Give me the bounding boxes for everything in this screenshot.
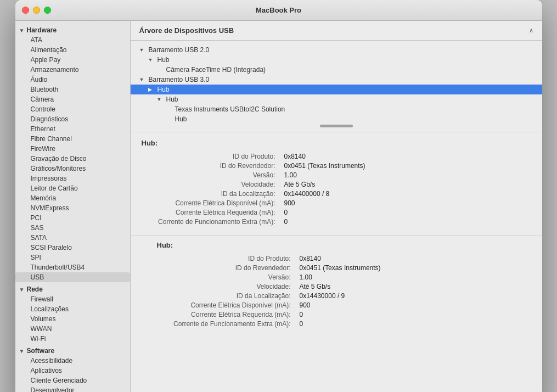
detail1-val-0: 0x8140: [284, 152, 531, 161]
detail2-key-2: Versão:: [157, 272, 300, 282]
sidebar-item-bluetooth[interactable]: Bluetooth: [15, 85, 130, 94]
detail2-row-7: Corrente de Funcionamento Extra (mA): 0: [157, 319, 531, 328]
detail1-key-1: ID do Revendedor:: [142, 161, 284, 170]
scrollbar-thumb: [320, 125, 353, 127]
rede-arrow-icon: ▼: [19, 286, 25, 293]
maximize-button[interactable]: [44, 7, 51, 14]
sidebar-item-leitor[interactable]: Leitor de Cartão: [15, 183, 130, 193]
bus2-sub-hub2-label: Hub: [175, 115, 187, 123]
sidebar: ▼ Hardware ATA Alimentação Apple Pay Arm…: [15, 21, 131, 392]
detail2-row-1: ID do Revendedor: 0x0451 (Texas Instrume…: [157, 263, 531, 272]
sidebar-item-camera[interactable]: Câmera: [15, 94, 130, 104]
bus2-sub-device-label: Texas Instruments USBtoI2C Solution: [175, 105, 285, 113]
detail1-val-5: 900: [284, 198, 531, 208]
detail2-val-2: 1.00: [300, 272, 531, 282]
sidebar-item-firewire[interactable]: FireWire: [15, 144, 130, 154]
sidebar-item-gravacao[interactable]: Gravação de Disco: [15, 154, 130, 164]
bus2-sub-hub-row[interactable]: ▼ Hub: [131, 94, 542, 104]
detail2-title: Hub:: [157, 241, 531, 249]
detail1-val-7: 0: [284, 217, 531, 226]
sidebar-item-scsi[interactable]: SCSI Paralelo: [15, 243, 130, 253]
sidebar-item-spi[interactable]: SPI: [15, 253, 130, 262]
bus2-label: Barramento USB 3.0: [149, 76, 210, 83]
bus1-hub-arrow-icon: ▼: [148, 57, 156, 63]
rede-group-label: Rede: [27, 285, 43, 293]
detail1-key-4: ID da Localização:: [142, 189, 284, 198]
sidebar-item-impressoras[interactable]: Impressoras: [15, 173, 130, 183]
window-title: MacBook Pro: [256, 6, 301, 14]
titlebar: MacBook Pro: [15, 0, 542, 21]
collapse-button[interactable]: ∧: [529, 27, 533, 34]
bus1-label: Barramento USB 2.0: [149, 46, 210, 54]
detail1-row-3: Velocidade: Até 5 Gb/s: [142, 180, 531, 189]
bus1-camera-label: Câmera FaceTime HD (Integrada): [166, 66, 266, 74]
sidebar-item-localizacoes[interactable]: Localizações: [15, 304, 130, 314]
detail2-key-7: Corrente de Funcionamento Extra (mA):: [157, 319, 300, 328]
sidebar-group-hardware[interactable]: ▼ Hardware: [15, 25, 130, 35]
sidebar-item-cliente[interactable]: Cliente Gerenciado: [15, 376, 130, 385]
sidebar-group-rede[interactable]: ▼ Rede: [15, 284, 130, 294]
sidebar-item-acessibilidade[interactable]: Acessibilidade: [15, 356, 130, 366]
detail1-key-2: Versão:: [142, 170, 284, 180]
sidebar-item-graficos[interactable]: Gráficos/Monitores: [15, 164, 130, 173]
detail2-val-5: 900: [300, 300, 531, 310]
main-body: ▼ Barramento USB 2.0 ▼ Hub Câmera FaceTi…: [131, 41, 542, 392]
detail1-key-7: Corrente de Funcionamento Extra (mA):: [142, 217, 284, 226]
detail2-val-1: 0x0451 (Texas Instruments): [300, 263, 531, 272]
bus1-camera-row[interactable]: Câmera FaceTime HD (Integrada): [131, 65, 542, 75]
sidebar-item-aplicativos[interactable]: Aplicativos: [15, 366, 130, 376]
sidebar-item-memoria[interactable]: Memória: [15, 193, 130, 203]
software-arrow-icon: ▼: [19, 348, 25, 354]
detail1-row-2: Versão: 1.00: [142, 170, 531, 180]
detail2-val-0: 0x8140: [300, 254, 531, 263]
sidebar-item-desenvolvedor[interactable]: Desenvolvedor: [15, 385, 130, 392]
detail1-row-5: Corrente Elétrica Disponível (mA): 900: [142, 198, 531, 208]
main-window: MacBook Pro ▼ Hardware ATA Alimentação A…: [15, 0, 542, 392]
detail2-row-3: Velocidade: Até 5 Gb/s: [157, 282, 531, 291]
bus2-row[interactable]: ▼ Barramento USB 3.0: [131, 75, 542, 85]
sidebar-item-nvmexpress[interactable]: NVMExpress: [15, 203, 130, 213]
content-area: ▼ Hardware ATA Alimentação Apple Pay Arm…: [15, 21, 542, 392]
sidebar-item-ata[interactable]: ATA: [15, 35, 130, 45]
detail2-val-3: Até 5 Gb/s: [300, 282, 531, 291]
sidebar-group-software[interactable]: ▼ Software: [15, 346, 130, 356]
sidebar-item-thunderbolt[interactable]: Thunderbolt/USB4: [15, 262, 130, 272]
bus2-hub-selected-row[interactable]: ▶ Hub: [131, 85, 542, 94]
sidebar-item-sata[interactable]: SATA: [15, 233, 130, 243]
sidebar-item-sas[interactable]: SAS: [15, 223, 130, 233]
sidebar-item-usb[interactable]: USB: [15, 272, 130, 282]
bus1-row[interactable]: ▼ Barramento USB 2.0: [131, 45, 542, 55]
sidebar-item-diagnosticos[interactable]: Diagnósticos: [15, 114, 130, 124]
sidebar-item-wifi[interactable]: Wi-Fi: [15, 334, 130, 344]
sidebar-item-fibre[interactable]: Fibre Channel: [15, 134, 130, 144]
sidebar-item-armazenamento[interactable]: Armazenamento: [15, 65, 130, 75]
detail1-val-1: 0x0451 (Texas Instruments): [284, 161, 531, 170]
sidebar-item-applepay[interactable]: Apple Pay: [15, 55, 130, 65]
detail2-row-6: Corrente Elétrica Requerida (mA): 0: [157, 310, 531, 319]
sidebar-item-controle[interactable]: Controle: [15, 104, 130, 114]
detail2-row-4: ID da Localização: 0x14430000 / 9: [157, 291, 531, 300]
detail1-table: ID do Produto: 0x8140 ID do Revendedor: …: [142, 152, 531, 226]
detail2-row-0: ID do Produto: 0x8140: [157, 254, 531, 263]
detail2-val-6: 0: [300, 310, 531, 319]
bus2-sub-hub-arrow-icon: ▼: [157, 97, 165, 102]
sidebar-item-audio[interactable]: Áudio: [15, 75, 130, 85]
sidebar-item-wwan[interactable]: WWAN: [15, 324, 130, 334]
scrollbar[interactable]: [131, 124, 542, 127]
sidebar-item-pci[interactable]: PCI: [15, 213, 130, 223]
detail2-val-7: 0: [300, 319, 531, 328]
bus1-hub-row[interactable]: ▼ Hub: [131, 55, 542, 65]
detail1-row-7: Corrente de Funcionamento Extra (mA): 0: [142, 217, 531, 226]
detail-section-2: Hub: ID do Produto: 0x8140 ID do Revende…: [131, 235, 542, 337]
bus2-sub-hub2-row[interactable]: Hub: [131, 114, 542, 124]
sidebar-item-alimentacao[interactable]: Alimentação: [15, 45, 130, 55]
detail2-val-4: 0x14430000 / 9: [300, 291, 531, 300]
detail1-val-6: 0: [284, 208, 531, 217]
sidebar-item-volumes[interactable]: Volumes: [15, 314, 130, 324]
minimize-button[interactable]: [33, 7, 40, 14]
sidebar-item-firewall[interactable]: Firewall: [15, 294, 130, 304]
sidebar-item-ethernet[interactable]: Ethernet: [15, 124, 130, 134]
bus2-sub-device-row[interactable]: Texas Instruments USBtoI2C Solution: [131, 104, 542, 114]
detail1-key-6: Corrente Elétrica Requerida (mA):: [142, 208, 284, 217]
close-button[interactable]: [22, 7, 29, 14]
